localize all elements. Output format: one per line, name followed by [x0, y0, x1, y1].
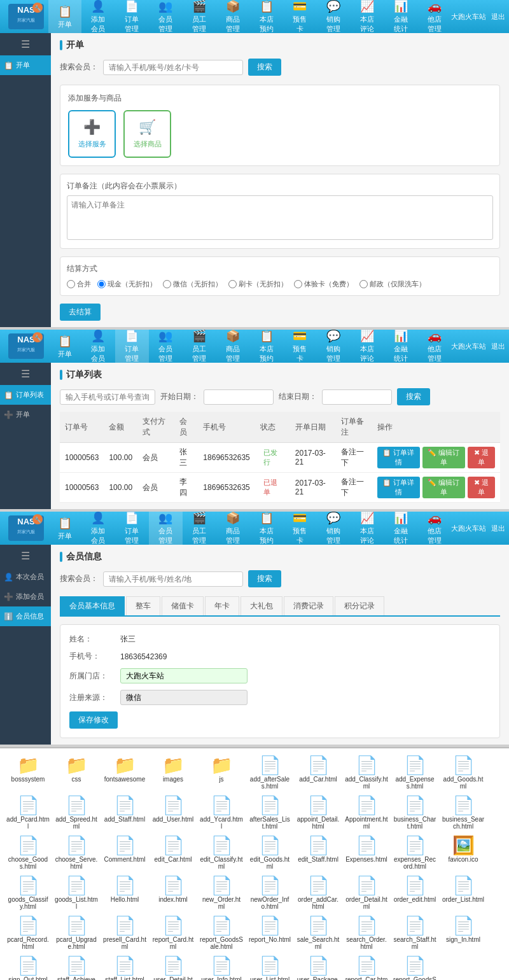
nav2-presell-card[interactable]: 💳预售卡	[283, 330, 316, 363]
nav-finance-stat[interactable]: 📊金融统计	[384, 0, 417, 33]
service-card-goods[interactable]: 🛒 选择商品	[123, 110, 171, 158]
file-item[interactable]: 📄sign_In.html	[442, 915, 485, 950]
folder-item[interactable]: 📁images	[151, 755, 195, 790]
file-item[interactable]: 📄report_GoodsSale.html	[200, 915, 243, 950]
file-item[interactable]: 📄choose_Serve.html	[55, 835, 98, 870]
file-item[interactable]: 📄user_Package.html	[296, 955, 340, 980]
file-item[interactable]: 📄pcard_Upgrade.html	[55, 915, 98, 950]
file-item[interactable]: 📄staff_Achievement.html	[55, 955, 98, 980]
edit-order-btn[interactable]: ✏️ 编辑订单	[422, 477, 465, 498]
folder-item[interactable]: 📁fontsawesome	[103, 755, 146, 790]
file-item[interactable]: 📄edit_Goods.html	[248, 835, 291, 870]
file-item[interactable]: 📄edit_Staff.html	[296, 835, 340, 870]
file-item[interactable]: 📄pcard_Record.html	[6, 915, 50, 950]
nav3-member-mgmt[interactable]: 👥会员管理	[149, 512, 183, 545]
file-item[interactable]: 📄business_Search.html	[442, 795, 485, 830]
nav-staff-mgmt[interactable]: 🎬员工管理	[183, 0, 216, 33]
nav3-sales-mgmt[interactable]: 💬销购管理	[316, 512, 350, 545]
file-item[interactable]: 📄goods_Classify.html	[6, 875, 50, 910]
sidebar-item-order-list[interactable]: 📋 订单列表	[0, 385, 51, 405]
file-item[interactable]: 📄add_User.html	[151, 795, 195, 830]
nav2-member-mgmt[interactable]: 👥会员管理	[149, 330, 183, 363]
sidebar-item-member-info[interactable]: ℹ️ 会员信息	[0, 606, 51, 626]
file-item[interactable]: 📄add_Spreed.html	[55, 795, 98, 830]
file-item[interactable]: 📄add_Pcard.html	[6, 795, 50, 830]
nav-store-order[interactable]: 📋本店预约	[250, 0, 284, 33]
payment-option-3[interactable]: 刷卡（无折扣）	[228, 279, 288, 289]
file-item[interactable]: 📄Expenses.html	[345, 835, 388, 870]
file-item[interactable]: 📄report_Card.html	[151, 915, 195, 950]
edit-order-btn[interactable]: ✏️ 编辑订单	[422, 447, 465, 468]
file-item[interactable]: 📄Comment.html	[103, 835, 146, 870]
nav-add-member[interactable]: 👤添加会员	[81, 0, 115, 33]
nav3-order-mgmt[interactable]: 📄订单管理	[115, 512, 149, 545]
tab-consume-record[interactable]: 消费记录	[284, 596, 333, 615]
file-item[interactable]: 📄staff_List.html	[103, 955, 146, 980]
nav2-add-member[interactable]: 👤添加会员	[81, 330, 115, 363]
file-item[interactable]: 📄add_Staff.html	[103, 795, 146, 830]
source-input[interactable]	[120, 690, 248, 705]
sidebar-toggle-2[interactable]: ☰	[0, 363, 51, 385]
nav2-order-mgmt[interactable]: 📄订单管理	[115, 330, 149, 363]
logout-btn-3[interactable]: 退出	[491, 524, 505, 533]
file-item[interactable]: 📄presell_Card.html	[103, 915, 146, 950]
start-date-input[interactable]	[204, 389, 274, 405]
save-btn-3[interactable]: 保存修改	[69, 711, 118, 729]
payment-option-2[interactable]: 微信（无折扣）	[163, 279, 222, 289]
end-date-input[interactable]	[322, 389, 392, 405]
nav-goods-sale[interactable]: 🚗他店管理	[417, 0, 451, 33]
folder-item[interactable]: 📁js	[200, 755, 243, 790]
nav3-goods-sale[interactable]: 🚗他店管理	[417, 512, 451, 545]
nav2-store-order[interactable]: 📋本店预约	[250, 330, 284, 363]
tab-points-record[interactable]: 积分记录	[335, 596, 384, 615]
tab-year-card[interactable]: 年卡	[205, 596, 239, 615]
file-item[interactable]: 📄order_addCar.html	[296, 875, 340, 910]
sidebar-item-kaidan2[interactable]: ➕ 开单	[0, 405, 51, 424]
nav-order-mgmt[interactable]: 📄订单管理	[115, 0, 149, 33]
file-item[interactable]: 📄add_Ycard.html	[200, 795, 243, 830]
file-item[interactable]: 📄report_GoodsSale.html	[393, 955, 436, 980]
nav3-goods-mgmt[interactable]: 📦商品管理	[216, 512, 250, 545]
nav2-store-review[interactable]: 📈本店评论	[350, 330, 384, 363]
nav2-sales-mgmt[interactable]: 💬销购管理	[316, 330, 350, 363]
nav3-kaidan[interactable]: 📋开单	[48, 512, 81, 545]
file-item[interactable]: 📄appoint_Detail.html	[296, 795, 340, 830]
file-item[interactable]: 📄order_List.html	[442, 875, 485, 910]
file-item[interactable]: 📄business_Chart.html	[393, 795, 436, 830]
branch-input[interactable]	[120, 668, 248, 683]
tab-stored-card[interactable]: 储值卡	[162, 596, 204, 615]
file-item[interactable]: 📄choose_Goods.html	[6, 835, 50, 870]
file-item[interactable]: 📄order_edit.html	[393, 875, 436, 910]
order-detail-btn[interactable]: 📋 订单详情	[377, 447, 420, 468]
logout-btn-2[interactable]: 退出	[491, 342, 505, 351]
refund-btn[interactable]: ✖ 退单	[468, 447, 495, 468]
file-item[interactable]: 📄expenses_Record.html	[393, 835, 436, 870]
file-item[interactable]: 📄add_Classify.html	[345, 755, 388, 790]
nav-presell-card[interactable]: 💳预售卡	[283, 0, 316, 33]
order-detail-btn[interactable]: 📋 订单详情	[377, 477, 420, 498]
nav-sales-mgmt[interactable]: 💬销购管理	[316, 0, 350, 33]
filter-input[interactable]	[60, 389, 155, 405]
filter-search-btn[interactable]: 搜索	[397, 388, 430, 405]
sidebar-item-add-member[interactable]: ➕ 添加会员	[0, 587, 51, 606]
nav2-finance-stat[interactable]: 📊金融统计	[384, 330, 417, 363]
file-item[interactable]: 📄newOrder_Info.html	[248, 875, 291, 910]
file-item[interactable]: 📄Hello.html	[103, 875, 146, 910]
logout-btn-1[interactable]: 退出	[491, 12, 505, 22]
file-item[interactable]: 📄afterSales_List.html	[248, 795, 291, 830]
tab-gift-pack[interactable]: 大礼包	[241, 596, 282, 615]
nav2-goods-sale[interactable]: 🚗他店管理	[417, 330, 451, 363]
sidebar-item-kaidan[interactable]: 📋 开单	[0, 55, 51, 75]
file-item[interactable]: 📄new_Order.html	[200, 875, 243, 910]
order-note-input[interactable]	[67, 195, 493, 240]
nav2-kaidan[interactable]: 📋开单	[48, 330, 81, 363]
nav2-staff-mgmt[interactable]: 🎬员工管理	[183, 330, 216, 363]
submit-btn-1[interactable]: 去结算	[60, 304, 101, 321]
nav3-add-member[interactable]: 👤添加会员	[81, 512, 115, 545]
sidebar-toggle-1[interactable]: ☰	[0, 33, 51, 55]
file-item[interactable]: 📄search_Staff.html	[393, 915, 436, 950]
file-item[interactable]: 📄sale_Search.html	[296, 915, 340, 950]
file-item[interactable]: 📄user_Detail.html	[151, 955, 195, 980]
folder-item[interactable]: 📁bosssystem	[6, 755, 50, 790]
file-item[interactable]: 📄user_List.html	[248, 955, 291, 980]
